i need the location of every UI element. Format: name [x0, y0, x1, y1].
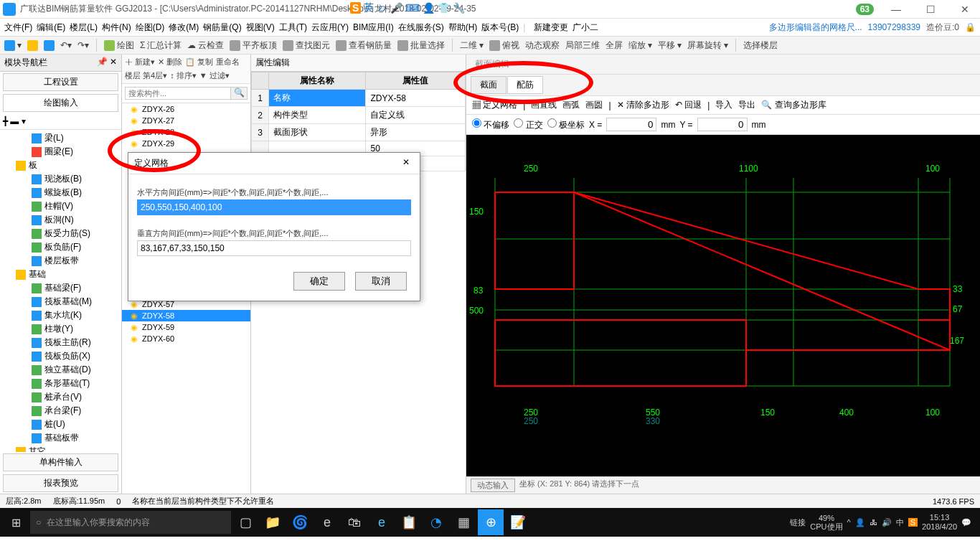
tree-node[interactable]: 其它: [0, 445, 121, 452]
menu-floor[interactable]: 楼层(L): [70, 22, 98, 34]
local-3d-button[interactable]: 局部三维: [565, 39, 600, 52]
fullscreen-button[interactable]: 全屏: [606, 39, 623, 52]
list-item[interactable]: ZDYX-27: [122, 115, 250, 126]
list-item[interactable]: ZDYX-59: [122, 321, 250, 333]
search-input[interactable]: [125, 87, 231, 100]
menu-component[interactable]: 构件(N): [102, 22, 131, 34]
define-grid-button[interactable]: ▦ 定义网格: [472, 99, 517, 111]
find-element-button[interactable]: 查找图元: [283, 39, 330, 52]
tree-node[interactable]: 集水坑(K): [0, 309, 121, 322]
sogou-icon[interactable]: S: [350, 2, 361, 14]
app-icon-6[interactable]: 📝: [505, 509, 531, 535]
snap-mode-1[interactable]: 不偏移: [472, 118, 509, 131]
tree-node[interactable]: 梁(L): [0, 131, 121, 145]
dialog-close-button[interactable]: ✕: [398, 157, 414, 169]
query-lib-button[interactable]: 🔍 查询多边形库: [761, 99, 826, 111]
drawing-canvas[interactable]: 250 1100 100 250 550 150 400 100 250 330…: [466, 135, 980, 476]
tray-ime-icon[interactable]: 中: [896, 517, 904, 528]
tree-node[interactable]: 基础板带: [0, 431, 121, 445]
ok-button[interactable]: 确定: [293, 272, 345, 291]
app-icon-4[interactable]: ▦: [451, 509, 476, 535]
lock-icon[interactable]: 🔒: [965, 22, 976, 32]
tray-sogou-icon[interactable]: S: [908, 518, 918, 527]
horiz-spacing-input[interactable]: [137, 199, 411, 215]
tree-node[interactable]: 板: [0, 159, 121, 172]
tree-node[interactable]: 楼层板带: [0, 254, 121, 268]
minimize-button[interactable]: —: [884, 4, 908, 15]
view-2d-button[interactable]: 二维▾: [460, 39, 484, 52]
notification-badge[interactable]: 63: [856, 4, 874, 15]
view-top-button[interactable]: 俯视: [489, 39, 519, 52]
cancel-button[interactable]: 取消: [355, 272, 407, 291]
tree-node[interactable]: 筏板主筋(R): [0, 336, 121, 349]
menu-tools[interactable]: 工具(T): [279, 22, 307, 34]
clear-polygon-button[interactable]: ✕ 清除多边形: [617, 99, 669, 111]
tab-project-settings[interactable]: 工程设置: [3, 73, 118, 91]
sum-calc-button[interactable]: Σ 汇总计算: [140, 39, 182, 52]
menu-version[interactable]: 版本号(B): [481, 22, 519, 34]
y-input[interactable]: [697, 118, 748, 131]
draw-line-button[interactable]: 画直线: [531, 99, 557, 111]
cloud-check-button[interactable]: ☁ 云检查: [187, 39, 224, 52]
list-item[interactable]: ZDYX-26: [122, 103, 250, 115]
vert-spacing-input[interactable]: [137, 240, 411, 256]
search-button[interactable]: 🔍: [231, 87, 248, 100]
user-label[interactable]: 广小二: [573, 22, 598, 34]
ime-user-icon[interactable]: 👤: [423, 2, 435, 14]
open-button[interactable]: [27, 40, 38, 51]
phone-label[interactable]: 13907298339: [868, 22, 920, 32]
ime-mic-icon[interactable]: 🎤: [390, 2, 402, 14]
close-button[interactable]: ✕: [953, 4, 977, 15]
tab-draw-input[interactable]: 绘图输入: [3, 94, 118, 112]
ime-emoji-icon[interactable]: ☺: [377, 2, 387, 14]
menu-bim[interactable]: BIM应用(I): [353, 22, 394, 34]
tree-node[interactable]: 承台梁(F): [0, 404, 121, 418]
ime-kbd-icon[interactable]: ⌨: [405, 2, 420, 14]
menu-modify[interactable]: 修改(M): [169, 22, 199, 34]
undo-button[interactable]: ↶▾: [60, 40, 72, 50]
list-sort-button[interactable]: ↕ 排序▾: [170, 70, 197, 81]
nav-pin-icon[interactable]: 📌 ✕: [97, 57, 117, 69]
snap-mode-2[interactable]: 正交: [514, 118, 542, 131]
tree-node[interactable]: 桩(U): [0, 418, 121, 431]
cortana-search[interactable]: ○ 在这里输入你要搜索的内容: [30, 511, 231, 534]
tree-node[interactable]: 板受力筋(S): [0, 227, 121, 240]
component-tree[interactable]: 梁(L)圈梁(E)板现浇板(B)螺旋板(B)柱帽(V)板洞(N)板受力筋(S)板…: [0, 130, 121, 452]
ime-settings-icon[interactable]: 🔧: [453, 2, 465, 14]
menu-file[interactable]: 文件(F): [4, 22, 32, 34]
task-view-icon[interactable]: ▢: [232, 509, 258, 535]
tree-node[interactable]: 圈梁(E): [0, 145, 121, 159]
batch-select-button[interactable]: 批量选择: [397, 39, 445, 52]
tree-node[interactable]: 基础梁(F): [0, 281, 121, 295]
edge-icon[interactable]: e: [314, 509, 340, 535]
news-link[interactable]: 多边形编辑器的网格尺...: [769, 22, 862, 34]
menu-cloud[interactable]: 云应用(Y): [311, 22, 349, 34]
draw-circle-button[interactable]: 画圆: [585, 99, 603, 111]
dynamic-view-button[interactable]: 动态观察: [525, 39, 560, 52]
snap-mode-3[interactable]: 极坐标: [547, 118, 585, 131]
tree-node[interactable]: 柱帽(V): [0, 199, 121, 213]
app-icon-2[interactable]: 📋: [396, 509, 422, 535]
tree-node[interactable]: 柱墩(Y): [0, 322, 121, 336]
tray-up-icon[interactable]: ^: [847, 518, 851, 527]
list-item[interactable]: ZDYX-28: [122, 126, 250, 138]
tray-network-icon[interactable]: 🖧: [870, 518, 877, 527]
x-input[interactable]: [606, 118, 656, 131]
start-button[interactable]: ⊞: [3, 509, 29, 535]
rotate-screen-button[interactable]: 屏幕旋转▾: [687, 39, 728, 52]
align-top-button[interactable]: 平齐板顶: [230, 39, 277, 52]
import-button[interactable]: 导入: [715, 99, 732, 111]
redo-button[interactable]: ↷▾: [77, 40, 89, 50]
store-icon[interactable]: 🛍: [341, 509, 367, 535]
ie-icon[interactable]: e: [369, 509, 395, 535]
new-change-button[interactable]: 新建变更: [534, 22, 568, 34]
list-delete-button[interactable]: ✕ 删除: [158, 57, 182, 67]
explorer-icon[interactable]: 📁: [260, 509, 286, 535]
tab-rebar[interactable]: 配筋: [507, 76, 543, 94]
save-button[interactable]: [44, 40, 55, 51]
menu-view[interactable]: 视图(V): [246, 22, 275, 34]
tree-node[interactable]: 螺旋板(B): [0, 186, 121, 199]
tree-node[interactable]: 基础: [0, 268, 121, 281]
tab-section[interactable]: 截面: [471, 76, 507, 94]
ime-skin-icon[interactable]: 👕: [438, 2, 450, 14]
